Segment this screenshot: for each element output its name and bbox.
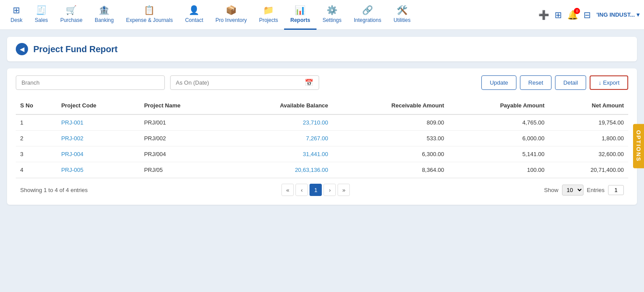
- col-payable: Payable Amount: [448, 97, 549, 114]
- show-select[interactable]: 10 25 50: [562, 185, 584, 196]
- nav-item-expense[interactable]: 📋Expense & Journals: [120, 0, 179, 30]
- sales-nav-icon: 🧾: [36, 5, 47, 15]
- nav-right: ➕ ⊞ 🔔 0 ⊟ 'ING INDUST... ▾: [538, 10, 640, 20]
- filter-card: 📅 Update Reset Detail ↓ Export S No Proj…: [7, 68, 637, 205]
- table-wrap: S No Project Code Project Name Available…: [16, 97, 628, 178]
- nav-label-contact: Contact: [185, 17, 203, 23]
- back-button[interactable]: ◀: [16, 43, 28, 55]
- apps-button[interactable]: ⊟: [584, 10, 591, 20]
- cell-receivable: 533.00: [333, 131, 448, 146]
- page-header: ◀ Project Fund Report: [7, 37, 637, 61]
- nav-item-banking[interactable]: 🏦Banking: [89, 0, 120, 30]
- cell-code[interactable]: PRJ-001: [57, 114, 140, 131]
- next-page-button[interactable]: ›: [324, 184, 336, 196]
- filter-row: 📅 Update Reset Detail ↓ Export: [16, 75, 628, 90]
- cell-net: 20,71,400.00: [549, 162, 628, 178]
- nav-item-contact[interactable]: 👤Contact: [179, 0, 209, 30]
- cell-net: 19,754.00: [549, 114, 628, 131]
- filter-buttons: Update Reset Detail ↓ Export: [481, 75, 628, 90]
- company-name-text: 'ING INDUST...: [596, 11, 635, 18]
- add-button[interactable]: ➕: [538, 10, 549, 20]
- nav-label-settings: Settings: [323, 17, 342, 23]
- cell-code[interactable]: PRJ-002: [57, 131, 140, 146]
- col-receivable: Receivable Amount: [333, 97, 448, 114]
- nav-label-integrations: Integrations: [354, 17, 381, 23]
- branch-input[interactable]: [16, 75, 165, 90]
- notification-badge: 0: [574, 8, 580, 14]
- purchase-nav-icon: 🛒: [66, 5, 77, 15]
- date-input[interactable]: [176, 79, 301, 86]
- nav-item-projects[interactable]: 📁Projects: [253, 0, 284, 30]
- entries-label: Entries: [587, 187, 605, 193]
- cell-net: 1,800.00: [549, 131, 628, 146]
- cell-receivable: 6,300.00: [333, 146, 448, 162]
- page-1-button[interactable]: 1: [310, 184, 322, 196]
- nav-item-reports[interactable]: 📊Reports: [284, 0, 316, 30]
- notification-button[interactable]: 🔔 0: [567, 10, 578, 20]
- col-code: Project Code: [57, 97, 140, 114]
- nav-label-banking: Banking: [95, 17, 114, 23]
- cell-net: 32,600.00: [549, 146, 628, 162]
- nav-label-reports: Reports: [290, 17, 310, 23]
- cell-available: 31,441.00: [225, 146, 332, 162]
- table-row: 1 PRJ-001 PRJ/001 23,710.00 809.00 4,765…: [16, 114, 628, 131]
- nav-item-integrations[interactable]: 🔗Integrations: [348, 0, 388, 30]
- projects-nav-icon: 📁: [263, 5, 274, 15]
- nav-label-expense: Expense & Journals: [126, 17, 173, 23]
- col-name: Project Name: [140, 97, 225, 114]
- cell-payable: 100.00: [448, 162, 549, 178]
- nav-item-sales[interactable]: 🧾Sales: [28, 0, 54, 30]
- update-button[interactable]: Update: [481, 75, 516, 90]
- pagination-right: Show 10 25 50 Entries: [544, 185, 624, 196]
- calendar-icon[interactable]: 📅: [305, 78, 313, 87]
- nav-item-pro-inventory[interactable]: 📦Pro Inventory: [210, 0, 253, 30]
- nav-item-settings[interactable]: ⚙️Settings: [317, 0, 348, 30]
- reports-nav-icon: 📊: [295, 5, 306, 15]
- last-page-button[interactable]: »: [338, 184, 350, 196]
- cell-code[interactable]: PRJ-005: [57, 162, 140, 178]
- col-sno: S No: [16, 97, 57, 114]
- banking-nav-icon: 🏦: [99, 5, 110, 15]
- reset-button[interactable]: Reset: [520, 75, 551, 90]
- pagination-controls: « ‹ 1 › »: [281, 184, 350, 196]
- table-row: 2 PRJ-002 PRJ/002 7,267.00 533.00 6,000.…: [16, 131, 628, 146]
- nav-label-purchase: Purchase: [60, 17, 82, 23]
- prev-page-button[interactable]: ‹: [295, 184, 308, 196]
- nav-item-desk[interactable]: ⊞Desk: [4, 0, 28, 30]
- nav-items: ⊞Desk🧾Sales🛒Purchase🏦Banking📋Expense & J…: [4, 0, 538, 30]
- cell-sno: 1: [16, 114, 57, 131]
- cell-sno: 2: [16, 131, 57, 146]
- first-page-button[interactable]: «: [281, 184, 294, 196]
- cell-available: 7,267.00: [225, 131, 332, 146]
- back-icon: ◀: [20, 46, 25, 53]
- pagination-info: Showing 1 to 4 of 4 entries: [20, 187, 88, 193]
- entries-input[interactable]: [608, 185, 624, 195]
- nav-label-projects: Projects: [259, 17, 278, 23]
- cell-sno: 3: [16, 146, 57, 162]
- grid-button[interactable]: ⊞: [555, 10, 562, 20]
- cell-receivable: 8,364.00: [333, 162, 448, 178]
- contact-nav-icon: 👤: [189, 5, 199, 15]
- company-selector[interactable]: 'ING INDUST... ▾: [596, 11, 640, 18]
- detail-button[interactable]: Detail: [555, 75, 586, 90]
- table-body: 1 PRJ-001 PRJ/001 23,710.00 809.00 4,765…: [16, 114, 628, 178]
- nav-label-sales: Sales: [35, 17, 48, 23]
- utilities-nav-icon: 🛠️: [397, 5, 408, 15]
- integrations-nav-icon: 🔗: [362, 5, 373, 15]
- cell-payable: 4,765.00: [448, 114, 549, 131]
- cell-code[interactable]: PRJ-004: [57, 146, 140, 162]
- table-row: 3 PRJ-004 PRJ/004 31,441.00 6,300.00 5,1…: [16, 146, 628, 162]
- export-button[interactable]: ↓ Export: [590, 75, 628, 90]
- main-content: ◀ Project Fund Report 📅 Update Reset Det…: [0, 30, 644, 212]
- nav-label-desk: Desk: [11, 17, 22, 23]
- chevron-down-icon: ▾: [637, 11, 640, 18]
- nav-item-utilities[interactable]: 🛠️Utilities: [388, 0, 417, 30]
- cell-name: PRJ/05: [140, 162, 225, 178]
- desk-nav-icon: ⊞: [13, 5, 20, 15]
- table-row: 4 PRJ-005 PRJ/05 20,63,136.00 8,364.00 1…: [16, 162, 628, 178]
- date-input-wrap: 📅: [170, 75, 319, 90]
- nav-label-pro-inventory: Pro Inventory: [216, 17, 247, 23]
- options-tab[interactable]: OPTIONS: [633, 124, 644, 168]
- nav-item-purchase[interactable]: 🛒Purchase: [54, 0, 89, 30]
- cell-name: PRJ/001: [140, 114, 225, 131]
